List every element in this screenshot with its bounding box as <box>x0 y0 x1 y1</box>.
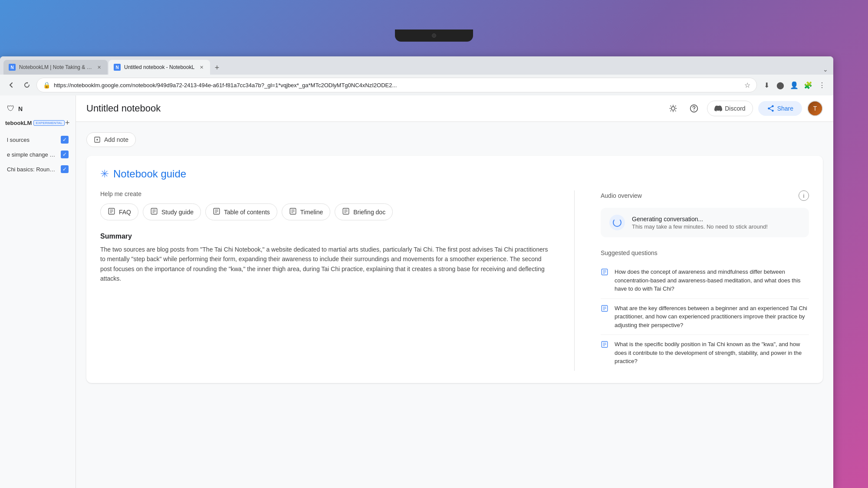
question-2-text: What are the key differences between a b… <box>615 304 809 330</box>
vertical-divider <box>574 190 575 371</box>
back-button[interactable] <box>5 79 17 91</box>
sidebar-source-1[interactable]: e simple change you ... ✓ <box>0 147 76 162</box>
add-source-button[interactable]: + <box>65 117 70 129</box>
question-item-2[interactable]: What are the key differences between a b… <box>601 299 809 335</box>
toc-icon <box>213 207 220 216</box>
guide-body: Help me create <box>100 190 809 371</box>
suggested-questions-title: Suggested questions <box>601 249 809 256</box>
audio-overview-info-icon[interactable]: i <box>799 190 809 201</box>
generating-text-container: Generating conversation... This may take… <box>632 216 768 230</box>
guide-left: Help me create <box>100 190 548 371</box>
experimental-badge: EXPERIMENTAL <box>33 120 64 126</box>
add-note-label: Add note <box>104 136 128 143</box>
briefing-doc-label: Briefing doc <box>353 209 385 216</box>
table-of-contents-button[interactable]: Table of contents <box>205 203 277 220</box>
source-2-checkbox[interactable]: ✓ <box>61 165 69 173</box>
faq-button[interactable]: FAQ <box>100 203 138 220</box>
menu-button[interactable]: ⋮ <box>816 79 828 91</box>
camera-notch <box>395 29 473 42</box>
faq-icon <box>108 207 115 216</box>
guide-title: ✳ Notebook guide <box>100 168 809 180</box>
tab-close-1[interactable]: ✕ <box>95 64 102 71</box>
app-container: 🛡 N tebookLM EXPERIMENTAL + <box>0 95 833 488</box>
sidebar-all-sources[interactable]: l sources ✓ <box>0 132 76 147</box>
summary-title: Summary <box>100 233 548 240</box>
study-guide-icon <box>150 207 158 216</box>
all-sources-checkbox[interactable]: ✓ <box>61 136 69 144</box>
browser-window: N NotebookLM | Note Taking & Re ✕ N Unti… <box>0 56 833 488</box>
notebook-title[interactable]: Untitled notebook <box>86 103 658 114</box>
summary-text: The two sources are blog posts from "The… <box>100 245 548 284</box>
help-button[interactable] <box>686 101 702 116</box>
generating-card: Generating conversation... This may take… <box>601 208 809 237</box>
spinner-animation <box>613 218 621 227</box>
notebooklm-logo: N <box>18 105 23 112</box>
profile-button[interactable]: 👤 <box>788 79 800 91</box>
record-button[interactable]: ⬤ <box>774 79 786 91</box>
svg-line-6 <box>675 111 676 111</box>
all-sources-label: l sources <box>7 137 57 143</box>
help-create-label: Help me create <box>100 190 548 197</box>
source-1-text: e simple change you ... <box>7 151 57 158</box>
audio-overview-title: Audio overview <box>601 192 642 199</box>
timeline-icon <box>289 207 297 216</box>
add-note-button[interactable]: Add note <box>86 132 136 147</box>
source-1-checkbox[interactable]: ✓ <box>61 151 69 158</box>
svg-point-10 <box>694 110 694 111</box>
extensions-button[interactable]: 🧩 <box>802 79 814 91</box>
svg-line-5 <box>671 106 671 107</box>
svg-point-0 <box>671 107 675 110</box>
main-header: Untitled notebook <box>76 95 833 122</box>
address-bar[interactable]: 🔒 https://notebooklm.google.com/notebook… <box>36 78 757 92</box>
question-3-text: What is the specific bodily position in … <box>615 340 809 366</box>
header-actions: Discord Share T <box>665 101 823 116</box>
guide-title-text: Notebook guide <box>113 168 186 180</box>
discord-button[interactable]: Discord <box>707 101 753 116</box>
bookmark-icon[interactable]: ☆ <box>744 81 750 89</box>
study-guide-button[interactable]: Study guide <box>143 203 201 220</box>
reload-button[interactable] <box>21 79 33 91</box>
generating-sub-text: This may take a few minutes. No need to … <box>632 223 768 230</box>
content-area: Add note ✳ Notebook guide Help me creat <box>76 122 833 488</box>
question-1-icon <box>601 268 609 277</box>
address-text: https://notebooklm.google.com/notebook/9… <box>54 82 741 88</box>
faq-label: FAQ <box>119 209 131 216</box>
brightness-button[interactable] <box>665 101 681 116</box>
tab-title-2: Untitled notebook - NotebookL <box>124 64 194 70</box>
share-button[interactable]: Share <box>758 101 802 116</box>
guide-card: ✳ Notebook guide Help me create <box>86 156 823 383</box>
sidebar: 🛡 N tebookLM EXPERIMENTAL + <box>0 95 76 488</box>
toolbar-actions: ⬇ ⬤ 👤 🧩 ⋮ <box>760 79 828 91</box>
shield-icon: 🛡 <box>7 104 15 113</box>
camera-dot <box>432 33 436 38</box>
question-item-3[interactable]: What is the specific bodily position in … <box>601 335 809 371</box>
svg-line-8 <box>675 106 676 107</box>
user-avatar[interactable]: T <box>807 101 823 116</box>
question-2-icon <box>601 305 609 313</box>
sidebar-source-2[interactable]: Chi basics: Rounding... ✓ <box>0 162 76 177</box>
sidebar-header: 🛡 N <box>0 101 76 117</box>
question-item-1[interactable]: How does the concept of awareness and mi… <box>601 262 809 299</box>
question-1-text: How does the concept of awareness and mi… <box>615 268 809 293</box>
tab-dropdown-button[interactable]: ⌄ <box>821 64 830 75</box>
tab-favicon-1: N <box>9 64 16 71</box>
timeline-label: Timeline <box>300 209 323 216</box>
tab-close-2[interactable]: ✕ <box>198 64 205 71</box>
tab-title-1: NotebookLM | Note Taking & Re <box>19 64 92 70</box>
download-button[interactable]: ⬇ <box>760 79 773 91</box>
briefing-doc-icon <box>342 207 350 216</box>
timeline-button[interactable]: Timeline <box>282 203 330 220</box>
svg-line-7 <box>671 111 671 111</box>
browser-chrome: N NotebookLM | Note Taking & Re ✕ N Unti… <box>0 56 833 95</box>
browser-tab-1[interactable]: N NotebookLM | Note Taking & Re ✕ <box>3 60 108 75</box>
study-guide-label: Study guide <box>161 209 194 216</box>
new-tab-button[interactable]: + <box>211 62 223 74</box>
browser-tabs: N NotebookLM | Note Taking & Re ✕ N Unti… <box>0 56 833 75</box>
briefing-doc-button[interactable]: Briefing doc <box>335 203 393 220</box>
question-3-icon <box>601 341 609 349</box>
main-content: Untitled notebook <box>76 95 833 488</box>
guide-right: Audio overview i Generating conversation… <box>601 190 809 371</box>
browser-tab-2[interactable]: N Untitled notebook - NotebookL ✕ <box>108 60 210 75</box>
action-buttons: FAQ <box>100 203 548 220</box>
toc-label: Table of contents <box>224 209 270 216</box>
